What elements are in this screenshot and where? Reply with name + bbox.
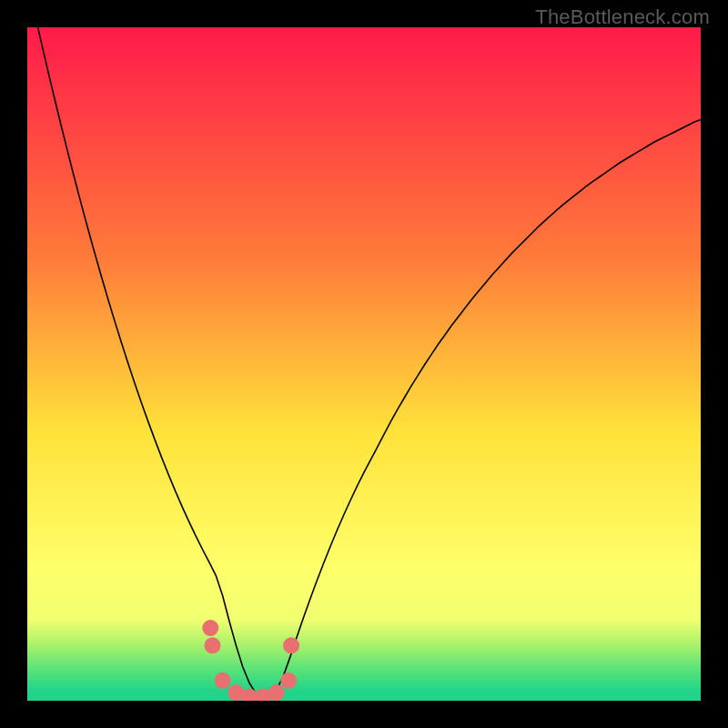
curve-marker	[268, 684, 285, 701]
chart-frame: TheBottleneck.com	[0, 0, 728, 728]
curve-marker	[202, 620, 218, 636]
curve-marker	[215, 672, 231, 689]
curve-marker	[283, 637, 299, 653]
watermark-text: TheBottleneck.com	[535, 5, 710, 29]
curve-marker	[205, 637, 221, 653]
curve-marker	[280, 672, 297, 689]
chart-svg	[0, 0, 728, 728]
